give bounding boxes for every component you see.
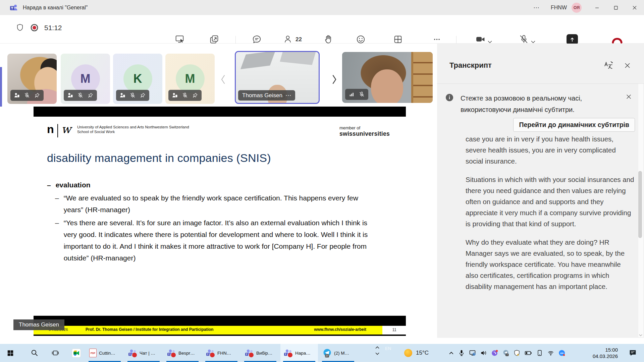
mic-muted-icon <box>182 93 188 98</box>
avatar-initial: M <box>176 64 205 93</box>
hidden-icons-chevron[interactable] <box>449 351 454 355</box>
search-button[interactable] <box>26 344 43 362</box>
taskbar-app-teams-fhnw[interactable]: FHN… <box>203 344 240 362</box>
smiley-icon <box>356 34 366 45</box>
minimize-button[interactable] <box>588 0 606 15</box>
pin-icon[interactable] <box>192 93 198 98</box>
screenshare-icon <box>175 34 185 45</box>
participant-video-tile[interactable] <box>342 52 433 103</box>
camera-chevron-icon[interactable] <box>488 41 492 43</box>
taskbar-app-teams-bespr[interactable]: Bespr… <box>164 344 201 362</box>
pin-icon[interactable] <box>88 93 93 98</box>
tray-viber-icon[interactable] <box>491 350 498 356</box>
weather-widget[interactable]: 15°C <box>404 344 429 362</box>
taskbar-clock[interactable]: 15:00 04.03.2026 <box>593 344 618 362</box>
language-indicator[interactable]: EN <box>385 346 391 351</box>
attendee-icon <box>172 93 178 98</box>
slide-footer-url: www.fhnw.ch/soziale-arbeit <box>314 327 366 332</box>
tray-device-icon[interactable] <box>536 350 543 356</box>
participant-face <box>371 69 403 103</box>
system-tray: 7 zm <box>449 344 565 362</box>
taskbar-app-telegram[interactable]: 27 (2) M… <box>319 344 357 362</box>
mic-chevron-icon[interactable] <box>531 41 535 43</box>
action-center-icon[interactable] <box>629 349 637 357</box>
transcript-close-icon[interactable] <box>624 62 631 69</box>
translate-icon[interactable] <box>603 60 613 70</box>
google-meet-app[interactable] <box>68 344 85 362</box>
tray-speaker-icon[interactable] <box>480 350 487 356</box>
window-title: Нарада в каналі "General" <box>23 5 88 11</box>
participant-avatar-tile[interactable]: M <box>165 54 215 104</box>
transcript-paragraph: Why do they evaluate what they are doing… <box>466 237 635 292</box>
go-to-live-captions-button[interactable]: Перейти до динамічних субтитрів <box>513 118 635 132</box>
share-tray-icon <box>567 34 578 45</box>
taskbar-app-pdf[interactable]: PDF Cuttin… <box>86 344 123 362</box>
mic-muted-icon <box>24 93 30 98</box>
shield-icon <box>15 23 24 32</box>
meeting-timer: 51:12 <box>44 24 62 32</box>
slide-bullets: evaluation “We are evaluated so to speak… <box>47 179 369 264</box>
tray-battery-icon[interactable] <box>525 350 532 356</box>
slide-page-number: 11 <box>392 327 396 332</box>
titlebar-more-button[interactable]: ⋯ <box>527 4 546 11</box>
svg-text:zm: zm <box>560 352 564 354</box>
svg-text:27: 27 <box>326 354 328 357</box>
tile-more-icon[interactable]: ⋯ <box>285 92 291 99</box>
clock-time: 15:00 <box>605 347 618 353</box>
fhnw-logo: nw University of Applied Sciences and Ar… <box>47 124 189 137</box>
more-dots-icon <box>432 34 442 45</box>
participant-avatar-tile[interactable]: K <box>113 54 162 104</box>
filmstrip-prev-button[interactable] <box>218 72 228 87</box>
participant-count: 22 <box>296 36 302 43</box>
info-icon <box>446 94 453 101</box>
slide-footer-author: Prof. Dr. Thomas Geisen / Institute for … <box>86 327 213 332</box>
people-icon <box>283 34 293 45</box>
tray-telegram-icon[interactable]: 7 <box>502 350 509 356</box>
pdf-icon: PDF <box>89 349 97 357</box>
slide-title: disability management in companies (SNIS… <box>47 152 271 165</box>
gallery-grid-icon <box>393 34 403 45</box>
transcript-panel: Транскрипт Стежте за розмовою в реальном… <box>437 44 644 338</box>
scrollbar-thumb[interactable] <box>638 171 642 238</box>
filmstrip-next-button[interactable] <box>329 72 339 87</box>
signal-bars-icon <box>349 92 355 97</box>
ceiling-panel <box>240 51 275 69</box>
telegram-icon: 27 <box>323 349 332 358</box>
taskbar-app-teams-vybir[interactable]: Вибір… <box>241 344 279 362</box>
title-bar: Нарада в каналі "General" ⋯ FHNW ОЯ <box>0 0 644 15</box>
task-view-button[interactable] <box>47 344 64 362</box>
tray-zoom-icon[interactable]: zm <box>558 350 565 356</box>
speaker-name-pill[interactable]: Thomas Geisen ⋯ <box>238 90 295 101</box>
mic-muted-icon <box>359 92 365 97</box>
pin-icon[interactable] <box>34 93 40 98</box>
teams-app-icon <box>9 3 18 12</box>
user-avatar[interactable]: ОЯ <box>572 3 582 13</box>
active-speaker-tile[interactable]: Thomas Geisen ⋯ <box>235 51 320 104</box>
camera-icon <box>475 34 486 45</box>
close-button[interactable] <box>625 0 644 15</box>
start-button[interactable] <box>2 344 19 362</box>
slide-footer: 04.03.2026 Prof. Dr. Thomas Geisen / Ins… <box>34 326 406 335</box>
tray-mic-icon[interactable] <box>458 350 465 356</box>
pin-icon[interactable] <box>140 93 146 98</box>
scroll-down-icon[interactable] <box>639 334 642 337</box>
transcript-title: Транскрипт <box>449 61 492 70</box>
tray-wifi-icon[interactable] <box>547 350 554 356</box>
taskbar-scroll-arrows[interactable] <box>375 346 380 355</box>
participant-video-tile[interactable] <box>7 54 57 104</box>
temperature: 15°C <box>416 350 429 356</box>
banner-text: Стежте за розмовою в реальному часі, вик… <box>461 93 591 115</box>
svg-text:7: 7 <box>506 354 508 356</box>
participant-avatar-tile[interactable]: M <box>61 54 110 104</box>
mic-muted-icon <box>77 93 83 98</box>
banner-close-icon[interactable] <box>626 94 632 100</box>
teams-icon <box>167 349 176 358</box>
mic-muted-icon <box>130 93 136 98</box>
raise-hand-icon <box>323 34 334 45</box>
taskbar-app-teams-chat[interactable]: Чат | … <box>125 344 162 362</box>
tray-display-share-icon[interactable] <box>469 350 476 356</box>
maximize-button[interactable] <box>606 0 625 15</box>
transcript-scrollbar[interactable] <box>638 84 643 337</box>
tray-security-shield-icon[interactable] <box>514 350 520 356</box>
taskbar-app-teams-meeting-active[interactable]: Нара… <box>280 344 318 362</box>
